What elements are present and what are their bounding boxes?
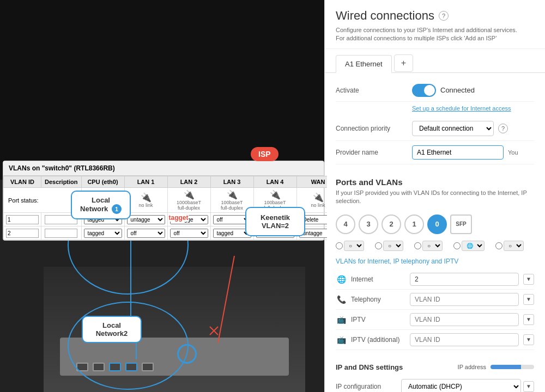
telephony-chevron[interactable]: ▼: [523, 294, 534, 305]
lan1-port-status: no link: [127, 203, 165, 208]
port-2-radio-input[interactable]: [414, 242, 421, 249]
activate-value: Connected: [412, 84, 534, 97]
vlan-services-title: VLANs for Internet, IP telephony and IPT…: [336, 258, 534, 265]
iptv-label: IPTV: [351, 316, 405, 323]
lan1-select-1[interactable]: untaggetaggedoff: [127, 215, 165, 224]
port-3-select[interactable]: ○●: [383, 241, 403, 251]
lan1-select-2[interactable]: offtaggeduntagged: [127, 229, 165, 238]
port-4-radio[interactable]: ○●: [336, 241, 364, 251]
lan2-port-status: 1000baseT full-duplex: [170, 200, 208, 211]
iptv-additional-row: 📺 IPTV (additional) ▼: [336, 330, 534, 350]
priority-help-icon[interactable]: ?: [498, 124, 508, 133]
schedule-link[interactable]: Set up a schedule for Internet access: [412, 104, 511, 113]
activate-label: Activate: [336, 87, 412, 94]
telephony-vlan-input[interactable]: [410, 293, 519, 306]
port-2-select[interactable]: ○●: [422, 241, 443, 251]
vlan-desc-input-2[interactable]: [45, 229, 77, 238]
port-btn-0[interactable]: 0: [427, 215, 447, 234]
ip-dns-title: IP and DNS settings: [336, 363, 403, 371]
you-label: You: [508, 149, 518, 156]
port-3-radio[interactable]: ○●: [375, 241, 403, 251]
vlan-id-input-2[interactable]: [6, 229, 39, 238]
port-0-label: 0: [435, 220, 439, 228]
ports-vlans-subtitle: If your ISP provided you with VLAN IDs f…: [325, 189, 545, 210]
iptv-additional-label: IPTV (additional): [351, 336, 405, 344]
port-1-radio-input[interactable]: [453, 242, 461, 249]
iptv-additional-chevron[interactable]: ▼: [523, 334, 534, 345]
panel-help-icon[interactable]: ?: [439, 11, 449, 21]
lan2-select-2[interactable]: offtaggeduntagged: [170, 229, 208, 238]
tab-add-button[interactable]: +: [394, 54, 413, 72]
right-panel: Wired connections ? Configure connection…: [324, 0, 545, 392]
ip-config-chevron[interactable]: ▼: [523, 381, 534, 392]
lan2-select-1[interactable]: untaggetaggedoff: [170, 215, 208, 224]
panel-title-text: Wired connections: [336, 9, 434, 23]
ip-config-select[interactable]: Automatic (DHCP): [401, 379, 521, 392]
port-btn-4[interactable]: 4: [336, 215, 355, 234]
iptv-vlan-input[interactable]: [410, 313, 519, 326]
settings-section: Activate Connected Set up a schedule for…: [325, 73, 545, 171]
port-btn-sfp[interactable]: SFP: [450, 215, 472, 234]
toggle-slider: [412, 84, 436, 97]
col-lan1: LAN 1: [124, 176, 167, 188]
iptv-row: 📺 IPTV ▼: [336, 310, 534, 330]
port-2-label: 2: [389, 220, 393, 228]
keenetik-label: KeenetikVLAN=2: [261, 213, 290, 230]
local-network-2-label: LocalNetwork2: [96, 321, 128, 338]
col-cpu: CPU (eth0): [81, 176, 124, 188]
vlan-id-input-1[interactable]: [6, 215, 39, 224]
port-btn-1[interactable]: 1: [404, 215, 424, 234]
right-panel-inner: Wired connections ? Configure connection…: [325, 0, 545, 392]
tabs-container: A1 Ethernet +: [325, 49, 545, 73]
local-network-1-box: LocalNetwork 1: [71, 191, 131, 219]
col-lan3: LAN 3: [210, 176, 253, 188]
activate-toggle[interactable]: [412, 84, 436, 97]
port-1-label: 1: [412, 220, 416, 228]
panel-subtitle: Configure connections to your ISP's Inte…: [336, 26, 534, 43]
left-panel: LocalNetwork 1 LocalNetwork2 KeenetikVLA…: [0, 0, 327, 392]
ports-vlans-title: Ports and VLANs: [325, 171, 545, 189]
ip-config-row: IP configuration Automatic (DHCP) ▼: [336, 376, 534, 392]
provider-name-value: You: [412, 145, 534, 160]
activate-row: Activate Connected: [336, 79, 534, 102]
connection-priority-value: Default connection High priority Low pri…: [412, 121, 534, 136]
tab-a1-ethernet[interactable]: A1 Ethernet: [336, 55, 392, 73]
panel-title-row: Wired connections ?: [336, 9, 534, 23]
port-4-select[interactable]: ○●: [344, 241, 364, 251]
port-sfp-radio[interactable]: ○●: [495, 241, 524, 251]
cpu-select-2[interactable]: taggeduntaggedoff: [84, 229, 122, 238]
iptv-icon: 📺: [336, 315, 347, 324]
port-btn-3[interactable]: 3: [359, 215, 378, 234]
port-circle-annotation: [177, 344, 197, 364]
ports-vlans-subtitle2: selection.: [336, 198, 361, 204]
lan2-port-icon: 🔌 1000baseT full-duplex: [167, 188, 210, 213]
isp-label: ISP: [258, 150, 271, 158]
ip-config-label: IP configuration: [336, 383, 401, 390]
internet-chevron[interactable]: ▼: [523, 274, 534, 285]
provider-name-label: Provider name: [336, 149, 412, 156]
port-sfp-select[interactable]: ○●: [504, 241, 524, 251]
port-sfp-radio-input[interactable]: [495, 242, 502, 249]
port-4-radio-input[interactable]: [336, 242, 343, 249]
provider-name-row: Provider name You: [336, 141, 534, 164]
internet-icon: 🌐: [336, 275, 347, 284]
panel-header: Wired connections ? Configure connection…: [325, 0, 545, 49]
port-1-select[interactable]: 🌐○: [462, 241, 485, 251]
port-radio-row-1: ○● ○● ○● 🌐: [325, 238, 545, 253]
port-1-radio[interactable]: 🌐○: [453, 241, 485, 251]
connection-priority-select[interactable]: Default connection High priority Low pri…: [412, 121, 494, 136]
iptv-additional-vlan-input[interactable]: [410, 333, 519, 346]
connection-priority-row: Connection priority Default connection H…: [336, 117, 534, 141]
port-4-label: 4: [343, 220, 347, 228]
col-lan2: LAN 2: [167, 176, 210, 188]
ports-grid: 4 3 2 1 0 SFP: [325, 210, 545, 238]
provider-name-input[interactable]: [412, 145, 504, 160]
col-description: Description: [41, 176, 82, 188]
port-btn-2[interactable]: 2: [382, 215, 401, 234]
port-2-radio[interactable]: ○●: [414, 241, 443, 251]
wan-port-status: no link: [299, 203, 327, 208]
local-network-2-box: LocalNetwork2: [82, 316, 142, 343]
port-3-radio-input[interactable]: [375, 242, 382, 249]
iptv-chevron[interactable]: ▼: [523, 314, 534, 325]
internet-vlan-input[interactable]: [410, 273, 519, 286]
